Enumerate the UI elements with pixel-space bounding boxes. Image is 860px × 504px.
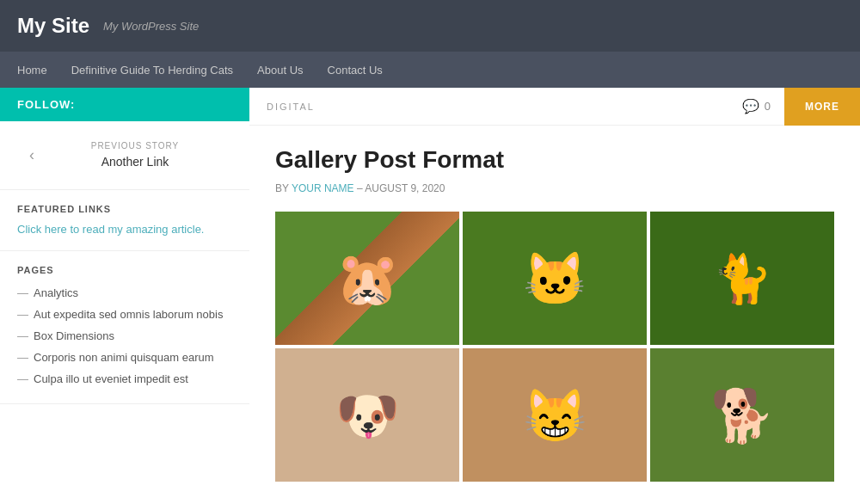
gallery-grid	[275, 212, 834, 482]
main-layout: FOLLOW: ‹ PREVIOUS STORY Another Link FE…	[0, 88, 860, 504]
page-link-culpa[interactable]: Culpa illo ut eveniet impedit est	[34, 372, 188, 385]
list-item: Aut expedita sed omnis laborum nobis	[17, 304, 232, 325]
page-link-aut[interactable]: Aut expedita sed omnis laborum nobis	[34, 308, 223, 321]
sidebar: FOLLOW: ‹ PREVIOUS STORY Another Link FE…	[0, 88, 249, 504]
page-link-box[interactable]: Box Dimensions	[34, 329, 114, 342]
list-item: Culpa illo ut eveniet impedit est	[17, 368, 232, 390]
author-link[interactable]: YOUR NAME	[292, 182, 354, 194]
main-nav: Home Definitive Guide To Herding Cats Ab…	[0, 52, 860, 88]
site-title: My Site	[17, 14, 89, 38]
article-title: Gallery Post Format	[275, 146, 834, 174]
content-category: DIGITAL	[249, 101, 728, 112]
follow-bar: FOLLOW:	[0, 88, 249, 121]
previous-story: ‹ PREVIOUS STORY Another Link	[0, 121, 249, 190]
list-item: Analytics	[17, 282, 232, 304]
content-area: DIGITAL 💬 0 MORE Gallery Post Format BY …	[249, 88, 860, 504]
page-link-analytics[interactable]: Analytics	[34, 286, 78, 299]
nav-item-herding[interactable]: Definitive Guide To Herding Cats	[59, 52, 245, 88]
featured-links-section: FEATURED LINKS Click here to read my ama…	[0, 190, 249, 251]
prev-story-content: PREVIOUS STORY Another Link	[46, 141, 224, 169]
article: Gallery Post Format BY YOUR NAME – AUGUS…	[249, 126, 860, 504]
pages-title: PAGES	[17, 265, 232, 275]
page-link-corporis[interactable]: Corporis non animi quisquam earum	[34, 351, 214, 364]
gallery-item[interactable]	[275, 348, 459, 482]
pages-list: Analytics Aut expedita sed omnis laborum…	[17, 282, 232, 390]
nav-item-contact[interactable]: Contact Us	[316, 52, 395, 88]
list-item: Box Dimensions	[17, 325, 232, 347]
comments-count: 💬 0	[728, 98, 784, 114]
prev-story-link[interactable]: Another Link	[101, 155, 169, 169]
gallery-item[interactable]	[463, 348, 647, 482]
content-topbar: DIGITAL 💬 0 MORE	[249, 88, 860, 126]
featured-links-title: FEATURED LINKS	[17, 204, 232, 214]
gallery-item[interactable]	[463, 212, 647, 345]
comment-number: 0	[765, 100, 771, 113]
prev-arrow-icon[interactable]: ‹	[26, 143, 38, 168]
pages-section: PAGES Analytics Aut expedita sed omnis l…	[0, 251, 249, 404]
prev-story-label: PREVIOUS STORY	[46, 141, 224, 151]
gallery-item[interactable]	[275, 212, 459, 345]
site-header: My Site My WordPress Site	[0, 0, 860, 52]
featured-link[interactable]: Click here to read my amazing article.	[17, 223, 204, 236]
article-meta: BY YOUR NAME – AUGUST 9, 2020	[275, 182, 834, 194]
nav-item-about[interactable]: About Us	[245, 52, 315, 88]
gallery-item[interactable]	[650, 212, 834, 345]
list-item: Corporis non animi quisquam earum	[17, 347, 232, 368]
nav-item-home[interactable]: Home	[17, 52, 59, 88]
more-button[interactable]: MORE	[784, 88, 860, 126]
gallery-item[interactable]	[650, 348, 834, 482]
site-tagline: My WordPress Site	[103, 20, 199, 33]
comment-icon: 💬	[742, 98, 759, 114]
